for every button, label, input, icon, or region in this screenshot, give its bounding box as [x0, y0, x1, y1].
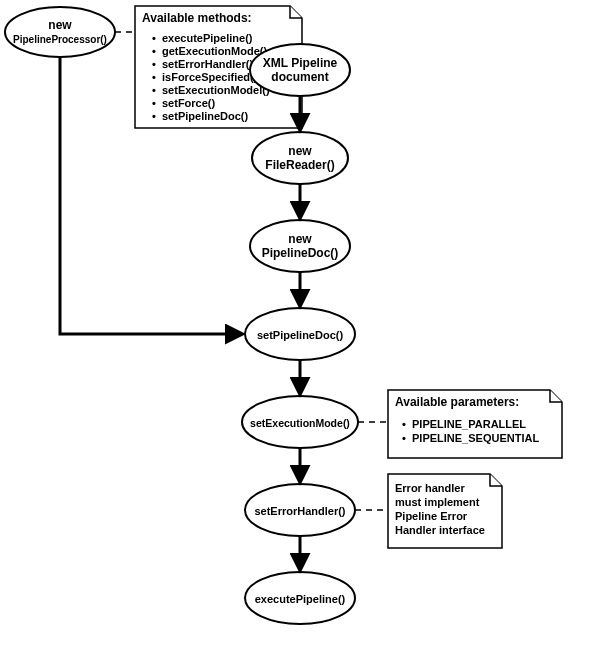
note-line: Pipeline Error — [395, 510, 468, 522]
label: document — [271, 70, 328, 84]
note-line: must implement — [395, 496, 480, 508]
svg-text:•: • — [152, 84, 156, 96]
note-title: Available parameters: — [395, 395, 519, 409]
note-title: Available methods: — [142, 11, 252, 25]
label: executePipeline() — [255, 593, 346, 605]
node-set-error-handler: setErrorHandler() — [245, 484, 355, 536]
label: PipelineDoc() — [262, 246, 339, 260]
label: new — [48, 18, 72, 32]
label: PipelineProcessor() — [13, 34, 107, 45]
node-execute-pipeline: executePipeline() — [245, 572, 355, 624]
label: FileReader() — [265, 158, 334, 172]
note-item: setPipelineDoc() — [162, 110, 249, 122]
svg-text:•: • — [152, 110, 156, 122]
note-item: executePipeline() — [162, 32, 253, 44]
svg-text:•: • — [402, 432, 406, 444]
svg-text:•: • — [152, 97, 156, 109]
node-file-reader: new FileReader() — [252, 132, 348, 184]
node-pipeline-processor: new PipelineProcessor() — [5, 7, 115, 57]
label: XML Pipeline — [263, 56, 338, 70]
node-set-execution-mode: setExecutionMode() — [242, 396, 358, 448]
svg-text:•: • — [402, 418, 406, 430]
label: new — [288, 232, 312, 246]
svg-text:•: • — [152, 45, 156, 57]
svg-text:•: • — [152, 32, 156, 44]
note-line: Handler interface — [395, 524, 485, 536]
node-xml-pipeline-document: XML Pipeline document — [250, 44, 350, 96]
note-item: isForceSpecified() — [162, 71, 258, 83]
note-item: getExecutionMode() — [162, 45, 267, 57]
note-item: PIPELINE_PARALLEL — [412, 418, 526, 430]
note-item: PIPELINE_SEQUENTIAL — [412, 432, 539, 444]
svg-text:•: • — [152, 71, 156, 83]
note-available-parameters: Available parameters: •PIPELINE_PARALLEL… — [388, 390, 562, 458]
label: setErrorHandler() — [254, 505, 345, 517]
note-item: setForce() — [162, 97, 216, 109]
note-line: Error handler — [395, 482, 465, 494]
note-item: setExecutionModel() — [162, 84, 270, 96]
note-error-handler: Error handler must implement Pipeline Er… — [388, 474, 502, 548]
node-set-pipeline-doc: setPipelineDoc() — [245, 308, 355, 360]
svg-text:•: • — [152, 58, 156, 70]
label: new — [288, 144, 312, 158]
label: setExecutionMode() — [250, 417, 350, 429]
label: setPipelineDoc() — [257, 329, 344, 341]
node-pipeline-doc: new PipelineDoc() — [250, 220, 350, 272]
note-item: setErrorHandler() — [162, 58, 253, 70]
